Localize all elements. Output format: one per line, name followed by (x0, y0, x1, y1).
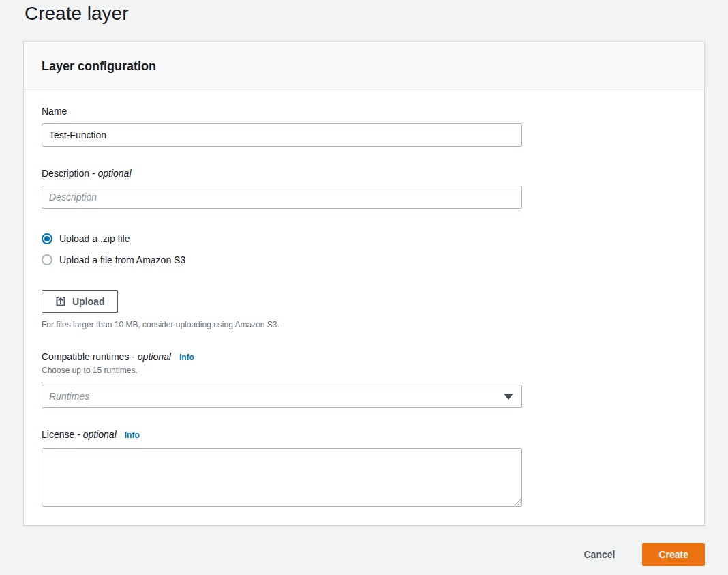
upload-icon (55, 296, 66, 307)
license-label: License - optionalInfo (42, 428, 686, 441)
name-label: Name (42, 105, 686, 117)
footer-actions: Cancel Create (23, 543, 705, 566)
runtimes-sublabel: Choose up to 15 runtimes. (42, 365, 686, 376)
upload-source-radio-group: Upload a .zip file Upload a file from Am… (42, 233, 686, 265)
name-field-group: Name (42, 105, 686, 147)
create-layer-page: Create layer Layer configuration Name De… (0, 0, 728, 566)
runtimes-select-placeholder: Runtimes (49, 391, 89, 402)
chevron-down-icon (504, 394, 513, 400)
cancel-button[interactable]: Cancel (583, 549, 615, 560)
page-title: Create layer (25, 3, 728, 25)
description-field-group: Description - optional (42, 167, 686, 209)
license-info-link[interactable]: Info (125, 430, 140, 440)
radio-selected-icon[interactable] (42, 233, 52, 244)
radio-upload-s3[interactable]: Upload a file from Amazon S3 (42, 254, 686, 265)
upload-section: Upload For files larger than 10 MB, cons… (42, 290, 686, 330)
radio-upload-zip-label: Upload a .zip file (59, 233, 130, 244)
description-label: Description - optional (42, 167, 686, 179)
upload-button[interactable]: Upload (42, 290, 118, 313)
upload-button-label: Upload (72, 296, 104, 307)
radio-upload-s3-label: Upload a file from Amazon S3 (59, 254, 185, 265)
panel-header-title: Layer configuration (42, 59, 686, 74)
license-textarea[interactable] (42, 448, 522, 507)
runtimes-field-group: Compatible runtimes - optionalInfo Choos… (42, 351, 686, 408)
license-textarea-wrap (42, 448, 522, 507)
runtimes-info-link[interactable]: Info (179, 353, 194, 362)
name-input[interactable] (42, 123, 522, 147)
upload-helper-text: For files larger than 10 MB, consider up… (42, 319, 686, 330)
panel-header: Layer configuration (24, 42, 704, 90)
create-button[interactable]: Create (642, 543, 705, 566)
runtimes-label: Compatible runtimes - optionalInfo (42, 351, 686, 364)
panel-body: Name Description - optional Upload a .zi… (24, 90, 704, 525)
description-input[interactable] (42, 186, 522, 209)
radio-unselected-icon[interactable] (42, 254, 52, 265)
license-field-group: License - optionalInfo (42, 428, 686, 507)
radio-upload-zip[interactable]: Upload a .zip file (42, 233, 686, 244)
layer-configuration-panel: Layer configuration Name Description - o… (23, 41, 705, 525)
runtimes-select[interactable]: Runtimes (42, 385, 522, 408)
